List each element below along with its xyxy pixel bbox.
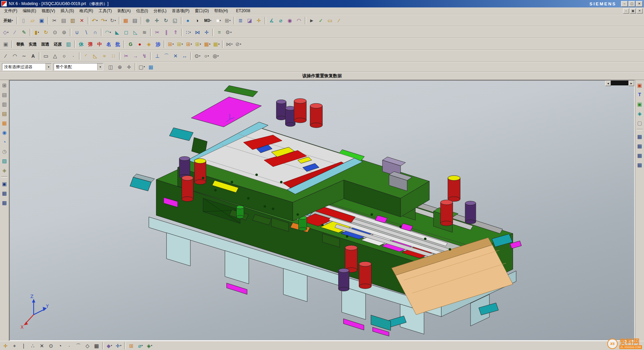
interpart-link-icon[interactable]: ⊞ [127,342,136,350]
sketch-text-icon[interactable]: A [29,51,37,61]
intersect-point-icon[interactable]: ✕ [171,51,180,61]
point-icon[interactable]: ∙ [69,51,78,61]
intersect-icon[interactable]: ∩ [91,28,100,37]
wcs-display-icon[interactable]: ✛ [254,16,263,25]
true-shading-button[interactable]: 实透 [27,39,39,49]
part-navigator-icon[interactable]: ▤ [0,109,8,117]
selection-scope-arrow-icon[interactable]: ▾ [97,63,103,70]
history-palette-icon[interactable]: ◷ [0,147,8,155]
palette-page3-icon[interactable]: ▦ [636,151,644,159]
ruler-icon[interactable]: ▭ [326,16,334,25]
component-pattern-icon[interactable]: ▦▾ [212,39,221,49]
menu-view[interactable]: 视图(V) [39,8,58,14]
quick-trim-icon[interactable]: ↯ [140,51,149,61]
open-in-window-icon[interactable]: ⊞▾ [166,39,175,49]
pattern-feature-icon[interactable]: ∷▾ [184,28,193,37]
assembly-navigator-icon[interactable]: ▤ [0,90,8,99]
trim-body-icon[interactable]: ✂ [153,28,162,37]
rotate-view-icon[interactable]: ↻ [162,16,170,25]
view-orientation-icon[interactable]: ◈▾ [145,342,154,350]
circle-icon[interactable]: ⊙▾ [193,51,202,61]
existing-point-icon[interactable]: ∙ [65,342,74,350]
point-on-curve-icon[interactable]: ⌒ [74,342,83,350]
hole-icon[interactable]: ⊙ [51,28,59,37]
bounded-grid-point-icon[interactable]: ▦ [92,342,101,350]
child-minimize-icon[interactable]: – [623,8,629,14]
name-tool-icon[interactable]: 名 [104,39,113,49]
edge-blend-icon[interactable]: ◠▾ [104,28,112,37]
info-list-icon[interactable]: ▤ [131,16,139,25]
split-body-icon[interactable]: ∥ [162,28,171,37]
maximize-button-icon[interactable]: ▢ [628,1,635,7]
system-materials-icon[interactable]: ▨ [0,157,8,165]
viewport-scrollbar[interactable]: ◄ ► [605,81,634,85]
point-constructor-icon[interactable]: ✛▾ [114,342,123,350]
palette-page4-icon[interactable]: ▦ [636,161,644,169]
arc-center-icon[interactable]: ⊙ [47,342,55,350]
web-browser-icon[interactable]: ◔ [0,138,8,146]
swap-model-icon[interactable]: ◈ [144,39,153,49]
face-translucency-button[interactable]: 面透 [39,39,51,49]
boss-icon[interactable]: ⊚ [60,28,69,37]
child-restore-icon[interactable]: ▣ [630,8,636,14]
batch-tool-icon[interactable]: 批 [113,39,122,49]
unite-icon[interactable]: ∪ [73,28,81,37]
background-swatch-icon[interactable]: ■▾ [214,16,223,25]
new-window-icon[interactable]: ⊞▾ [223,16,232,25]
draft-icon[interactable]: ◺ [131,28,140,37]
edit-feature-icon[interactable]: ⚙▾ [224,28,233,37]
select-all-icon[interactable]: ✛ [125,62,133,72]
end-point-icon[interactable]: ⌖ [10,342,19,350]
datum-axis-icon[interactable]: ∕ [10,28,19,37]
hd3d-tools-icon[interactable]: ◉ [0,128,8,136]
view-section-icon[interactable]: ◪ [245,16,254,25]
minimize-button-icon[interactable]: – [621,1,628,7]
translucency-stripes-icon[interactable]: ▥ [64,39,73,49]
arc-icon[interactable]: ◠ [10,51,19,61]
snap-point-toggle-icon[interactable]: ✛ [1,342,10,350]
roles-icon[interactable]: ▣ [0,180,8,188]
edit-in-window-icon[interactable]: ⊞▾ [176,39,184,49]
graphics-viewport[interactable]: Z Y X ◄ ► [9,80,635,341]
menu-window[interactable]: 窗口(O) [192,8,211,14]
red-marker-icon[interactable]: ● [135,39,144,49]
polygon-icon[interactable]: △ [51,51,59,61]
resource-bar-toggle-icon[interactable]: ⊞ [0,81,8,89]
offset-surface-icon[interactable]: ⇑ [171,28,180,37]
wave-geometry-icon[interactable]: ⊞▾ [194,39,203,49]
revolve-icon[interactable]: ↻ [42,28,50,37]
dimension-icon[interactable]: ↔ [180,51,189,61]
measure-angle-icon[interactable]: ∡ [267,16,276,25]
fit-view-icon[interactable]: ◱ [171,16,180,25]
screenshot-grid-icon[interactable]: ▦ [122,16,130,25]
trim-curve-icon[interactable]: ✂ [122,51,131,61]
validate-icon[interactable]: ✓ [317,16,325,25]
profile-line-icon[interactable]: ∕ [1,51,10,61]
open-folder-icon[interactable]: ▱ [28,16,37,25]
teal-swatch-icon[interactable]: ◈ [636,109,644,117]
extrude-icon[interactable]: ▮▾ [32,28,41,37]
load-options-icon[interactable]: ▦▾ [203,39,212,49]
snapshot-icon[interactable]: ▣ [1,39,10,49]
green-swatch-icon[interactable]: ▣ [636,100,644,108]
palette-page-icon[interactable]: ▦ [636,132,644,140]
move-object-icon[interactable]: ✛ [202,28,211,37]
menu-information[interactable]: 信息(I) [133,8,151,14]
save-icon[interactable]: ▣ [37,16,46,25]
vault-icon[interactable]: ▦ [0,189,8,197]
perpendicular-constraint-icon[interactable]: ⊥ [153,51,162,61]
interference-check-icon[interactable]: 涉 [154,39,162,49]
menu-tools[interactable]: 工具(T) [96,8,114,14]
intersection-point-icon[interactable]: ✕ [37,342,46,350]
constraint-navigator-icon[interactable]: ▥ [0,100,8,108]
delete-icon[interactable]: ✕ [78,16,86,25]
mid-point-icon[interactable]: ∣ [19,342,28,350]
cut-icon[interactable]: ✂ [50,16,59,25]
select-icon[interactable]: ► [307,16,316,25]
process-studio-icon[interactable]: ◈ [0,166,8,174]
menu-format[interactable]: 格式(R) [77,8,96,14]
find-component-icon[interactable]: ⊕ [115,62,124,72]
draft-check-icon[interactable]: ∕ [335,16,344,25]
new-file-icon[interactable]: ▯ [19,16,28,25]
gc-toolkit-icon[interactable]: G [126,39,135,49]
